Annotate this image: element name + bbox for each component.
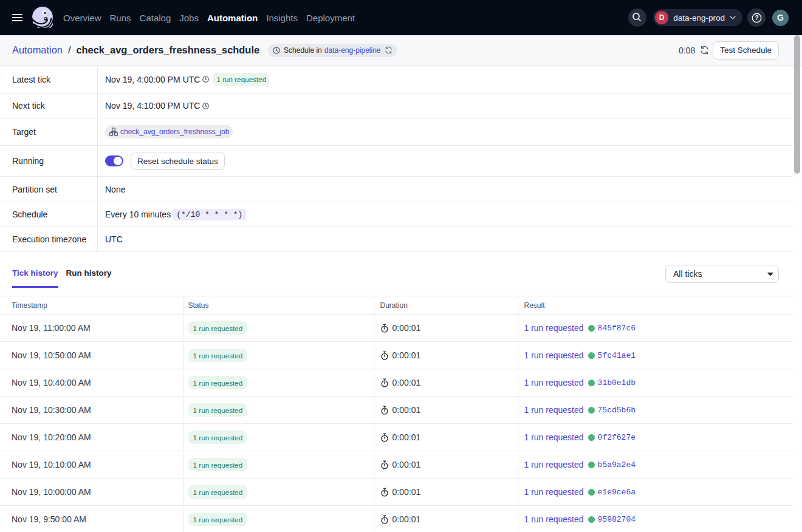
svg-text:?: ?	[755, 15, 758, 21]
